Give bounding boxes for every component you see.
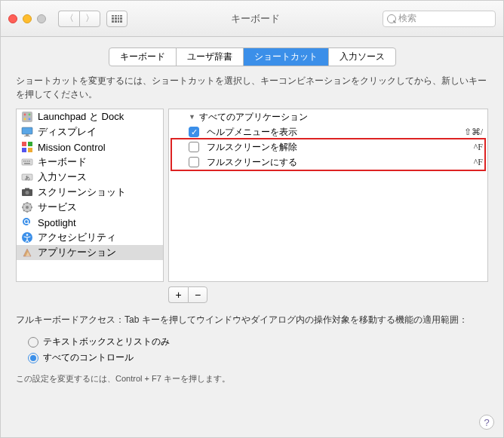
radio-icon[interactable]	[28, 337, 38, 348]
svg-rect-5	[22, 127, 32, 134]
category-spotlight[interactable]: Spotlight	[17, 215, 163, 230]
accessibility-icon	[21, 231, 33, 244]
show-all-button[interactable]	[106, 11, 128, 27]
category-accessibility[interactable]: アクセシビリティ	[17, 230, 163, 245]
window-controls	[8, 14, 46, 23]
footnote-text: この設定を変更するには、Control + F7 キーを押します。	[1, 370, 503, 387]
tab-2[interactable]: ショートカット	[244, 48, 329, 66]
radio-option-1[interactable]: すべてのコントロール	[28, 350, 476, 366]
close-icon[interactable]	[8, 14, 17, 23]
prefs-window: 〈 〉 キーボード 検索 キーボードユーザ辞書ショートカット入力ソース ショート…	[0, 0, 504, 438]
nav-buttons: 〈 〉	[58, 11, 100, 27]
services-icon	[21, 201, 33, 213]
category-label: Spotlight	[38, 217, 76, 228]
svg-rect-10	[22, 148, 26, 152]
tab-3[interactable]: 入力ソース	[329, 48, 395, 66]
svg-point-4	[29, 118, 31, 121]
svg-rect-9	[28, 142, 32, 146]
tab-0[interactable]: キーボード	[109, 48, 177, 66]
add-remove-buttons: + −	[168, 286, 503, 303]
svg-rect-12	[22, 159, 32, 165]
group-label: すべてのアプリケーション	[196, 111, 483, 124]
svg-point-28	[26, 234, 29, 236]
svg-rect-13	[23, 161, 25, 162]
checkbox[interactable]	[189, 142, 199, 152]
radio-icon[interactable]	[28, 353, 38, 363]
category-label: Launchpad と Dock	[38, 110, 124, 124]
svg-text:あ: あ	[25, 175, 30, 181]
app-icon	[21, 247, 33, 259]
display-icon	[21, 126, 33, 138]
category-input[interactable]: あ入力ソース	[17, 170, 163, 185]
svg-rect-11	[28, 148, 32, 152]
category-label: ディスプレイ	[38, 125, 97, 139]
shortcut-row-0[interactable]: ✓ヘルプメニューを表示⇧⌘/	[169, 124, 487, 139]
add-button[interactable]: +	[168, 286, 188, 303]
radio-label: すべてのコントロール	[43, 351, 134, 364]
disclosure-triangle-icon[interactable]: ▼	[189, 113, 196, 121]
category-label: Mission Control	[38, 142, 106, 153]
zoom-icon[interactable]	[37, 14, 46, 23]
keyboard-icon	[21, 156, 33, 168]
shortcut-key[interactable]: ^F	[474, 142, 483, 153]
category-keyboard[interactable]: キーボード	[17, 155, 163, 170]
radio-option-0[interactable]: テキストボックスとリストのみ	[28, 334, 476, 350]
category-app[interactable]: アプリケーション	[17, 245, 163, 260]
back-button[interactable]: 〈	[58, 11, 79, 27]
titlebar: 〈 〉 キーボード 検索	[1, 1, 503, 37]
radio-label: テキストボックスとリストのみ	[43, 335, 170, 348]
svg-rect-8	[22, 142, 26, 146]
shortcut-label: ヘルプメニューを表示	[204, 126, 464, 139]
category-label: キーボード	[38, 155, 87, 169]
mission-icon	[21, 141, 33, 153]
svg-point-1	[24, 114, 26, 116]
category-label: 入力ソース	[38, 170, 87, 184]
svg-rect-6	[26, 134, 29, 136]
checkbox[interactable]	[189, 157, 199, 167]
svg-point-24	[26, 206, 29, 209]
category-screenshot[interactable]: スクリーンショット	[17, 185, 163, 200]
tab-1[interactable]: ユーザ辞書	[177, 48, 244, 66]
category-label: サービス	[38, 201, 77, 214]
category-label: アクセシビリティ	[38, 231, 116, 244]
category-services[interactable]: サービス	[17, 200, 163, 215]
category-list[interactable]: Launchpad と DockディスプレイMission Controlキーボ…	[16, 109, 164, 282]
remove-button[interactable]: −	[188, 286, 207, 303]
shortcut-key[interactable]: ^F	[474, 157, 483, 168]
spotlight-icon	[21, 216, 33, 228]
forward-button[interactable]: 〉	[79, 11, 100, 27]
shortcut-list[interactable]: ▼すべてのアプリケーション✓ヘルプメニューを表示⇧⌘/フルスクリーンを解除^Fフ…	[168, 109, 488, 282]
svg-rect-22	[25, 188, 29, 191]
shortcut-key[interactable]: ⇧⌘/	[464, 127, 483, 138]
full-keyboard-options: テキストボックスとリストのみすべてのコントロール	[1, 329, 503, 370]
category-display[interactable]: ディスプレイ	[17, 124, 163, 139]
shortcut-label: フルスクリーンを解除	[204, 141, 474, 154]
svg-point-3	[24, 118, 26, 121]
shortcut-row-1[interactable]: フルスクリーンを解除^F	[169, 139, 487, 155]
window-title: キーボード	[134, 12, 376, 26]
category-label: アプリケーション	[38, 246, 116, 259]
instructions-text: ショートカットを変更するには、ショートカットを選択し、キーコンビネーションをクリ…	[1, 74, 503, 109]
shortcut-label: フルスクリーンにする	[204, 156, 474, 169]
grid-icon	[112, 15, 122, 23]
launchpad-icon	[21, 111, 33, 123]
svg-rect-17	[24, 163, 30, 164]
full-keyboard-heading: フルキーボードアクセス：Tab キーを押してウインドウやダイアログ内の操作対象を…	[1, 303, 503, 329]
shortcut-row-2[interactable]: フルスクリーンにする^F	[169, 155, 487, 170]
search-input[interactable]: 検索	[383, 11, 496, 27]
input-icon: あ	[21, 171, 33, 183]
svg-rect-15	[27, 161, 29, 162]
help-button[interactable]: ?	[479, 415, 494, 430]
svg-point-2	[29, 114, 31, 116]
svg-rect-0	[22, 112, 32, 122]
svg-point-21	[26, 191, 29, 194]
svg-rect-7	[24, 136, 30, 136]
shortcut-group-header[interactable]: ▼すべてのアプリケーション	[169, 109, 487, 124]
category-label: スクリーンショット	[38, 185, 126, 199]
screenshot-icon	[21, 186, 33, 198]
category-launchpad[interactable]: Launchpad と Dock	[17, 109, 163, 124]
minimize-icon[interactable]	[23, 14, 32, 23]
tab-bar: キーボードユーザ辞書ショートカット入力ソース	[1, 47, 503, 66]
checkbox[interactable]: ✓	[189, 127, 199, 137]
category-mission[interactable]: Mission Control	[17, 139, 163, 155]
